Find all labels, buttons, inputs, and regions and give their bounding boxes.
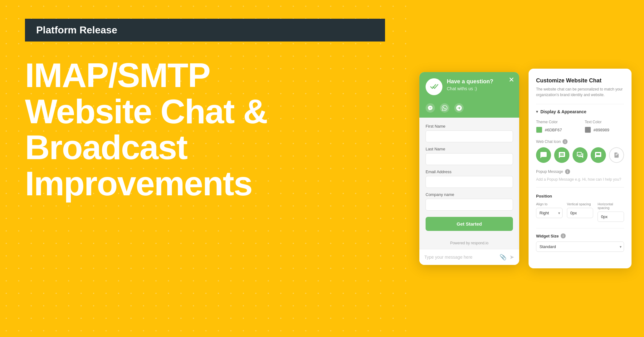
chat-input-icons: 📎 ➤ bbox=[500, 254, 514, 261]
chat-input-placeholder[interactable]: Type your message here bbox=[424, 255, 496, 260]
popup-message-info: i bbox=[565, 169, 570, 174]
widget-size-header: Widget Size i bbox=[536, 233, 624, 238]
messenger-icon[interactable] bbox=[426, 103, 435, 113]
theme-color-group: Theme Color #6DBF67 bbox=[536, 120, 575, 133]
icon-option-2[interactable] bbox=[554, 147, 569, 163]
icon-upload-button[interactable] bbox=[609, 147, 624, 163]
widget-size-select[interactable]: Standard Large Small bbox=[536, 242, 624, 252]
email-label: Email Address bbox=[426, 169, 513, 174]
first-name-input[interactable] bbox=[426, 130, 513, 142]
color-row: Theme Color #6DBF67 Text Color #898989 bbox=[536, 120, 624, 133]
chat-avatar bbox=[426, 78, 442, 95]
right-section: Have a question? Chat withs us :) ✕ bbox=[410, 0, 644, 337]
horizontal-spacing-group: Horizontal spacing bbox=[598, 202, 624, 222]
theme-color-swatch-row: #6DBF67 bbox=[536, 127, 575, 133]
chat-header: Have a question? Chat withs us :) ✕ bbox=[419, 72, 519, 100]
left-section: Platform Release IMAP/SMTP Website Chat … bbox=[0, 0, 410, 337]
vertical-spacing-group: Vertical spacing bbox=[567, 202, 593, 222]
title-line1: IMAP/SMTP bbox=[25, 56, 210, 94]
text-color-swatch[interactable] bbox=[585, 127, 591, 133]
text-color-group: Text Color #898989 bbox=[585, 120, 624, 133]
whatsapp-icon[interactable] bbox=[440, 103, 449, 113]
first-name-group: First Name bbox=[426, 124, 513, 142]
chat-widget: Have a question? Chat withs us :) ✕ bbox=[419, 72, 519, 265]
customize-panel: Customize Website Chat The website chat … bbox=[529, 69, 632, 268]
chevron-down-icon: ▾ bbox=[536, 110, 538, 114]
platform-badge: Platform Release bbox=[25, 19, 385, 42]
first-name-label: First Name bbox=[426, 124, 513, 129]
popup-message-label: Popup Message i bbox=[536, 169, 624, 174]
panel-title: Customize Website Chat bbox=[536, 77, 624, 84]
chat-input-area: Type your message here 📎 ➤ bbox=[419, 249, 519, 265]
widget-size-section: Widget Size i Standard Large Small bbox=[536, 228, 624, 252]
horizontal-spacing-input[interactable] bbox=[598, 212, 624, 222]
position-row: Align to Right Left Vertical spacing Hor… bbox=[536, 202, 624, 222]
title-line3: Broadcast bbox=[25, 128, 187, 166]
web-chat-icon-info: i bbox=[563, 139, 568, 144]
last-name-input[interactable] bbox=[426, 153, 513, 165]
chat-close-button[interactable]: ✕ bbox=[509, 76, 514, 83]
popup-message-placeholder[interactable]: Add a Popup Message e.g. Hi, how can I h… bbox=[536, 177, 624, 188]
company-input[interactable] bbox=[426, 199, 513, 211]
main-title: IMAP/SMTP Website Chat & Broadcast Impro… bbox=[25, 57, 385, 201]
chat-form: First Name Last Name Email Address Compa… bbox=[419, 118, 519, 237]
telegram-icon[interactable] bbox=[454, 103, 464, 113]
chat-header-subtitle: Chat withs us :) bbox=[447, 86, 513, 91]
theme-color-label: Theme Color bbox=[536, 120, 575, 124]
icon-option-3[interactable] bbox=[573, 147, 588, 163]
display-appearance-toggle[interactable]: ▾ Display & Appearance bbox=[536, 109, 624, 114]
text-color-label: Text Color bbox=[585, 120, 624, 124]
widget-size-label: Widget Size i bbox=[536, 233, 566, 238]
display-appearance-label: Display & Appearance bbox=[540, 109, 586, 114]
company-group: Company name bbox=[426, 192, 513, 211]
divider-top bbox=[536, 104, 624, 104]
email-input[interactable] bbox=[426, 176, 513, 188]
last-name-group: Last Name bbox=[426, 147, 513, 165]
align-to-label: Align to bbox=[536, 202, 563, 206]
theme-color-value: #6DBF67 bbox=[545, 128, 562, 132]
widget-size-info: i bbox=[561, 233, 566, 238]
send-icon[interactable]: ➤ bbox=[510, 254, 514, 261]
align-to-group: Align to Right Left bbox=[536, 202, 563, 222]
web-chat-icon-label: Web Chat Icon i bbox=[536, 139, 624, 144]
vertical-spacing-label: Vertical spacing bbox=[567, 202, 593, 206]
last-name-label: Last Name bbox=[426, 147, 513, 151]
powered-by: Powered by respond.io bbox=[419, 237, 519, 249]
position-label: Position bbox=[536, 194, 624, 198]
company-label: Company name bbox=[426, 192, 513, 197]
icon-option-4[interactable] bbox=[591, 147, 606, 163]
chat-header-title: Have a question? bbox=[447, 78, 513, 85]
text-color-swatch-row: #898989 bbox=[585, 127, 624, 133]
panel-description: The website chat can be personalized to … bbox=[536, 86, 624, 98]
horizontal-spacing-label: Horizontal spacing bbox=[598, 202, 624, 210]
chat-header-text: Have a question? Chat withs us :) bbox=[447, 78, 513, 91]
get-started-button[interactable]: Get Started bbox=[426, 217, 513, 231]
vertical-spacing-input[interactable] bbox=[567, 208, 593, 218]
icon-option-1[interactable] bbox=[536, 147, 551, 163]
align-to-select[interactable]: Right Left bbox=[536, 208, 563, 218]
title-line2: Website Chat & bbox=[25, 92, 267, 130]
attachment-icon[interactable]: 📎 bbox=[500, 254, 506, 261]
icon-options bbox=[536, 147, 624, 163]
title-line4: Improvements bbox=[25, 164, 252, 203]
text-color-value: #898989 bbox=[593, 128, 609, 132]
theme-color-swatch[interactable] bbox=[536, 127, 542, 133]
align-to-select-wrapper: Right Left bbox=[536, 208, 563, 218]
email-group: Email Address bbox=[426, 169, 513, 188]
widget-size-select-wrapper: Standard Large Small bbox=[536, 242, 624, 252]
chat-channels bbox=[419, 100, 519, 118]
